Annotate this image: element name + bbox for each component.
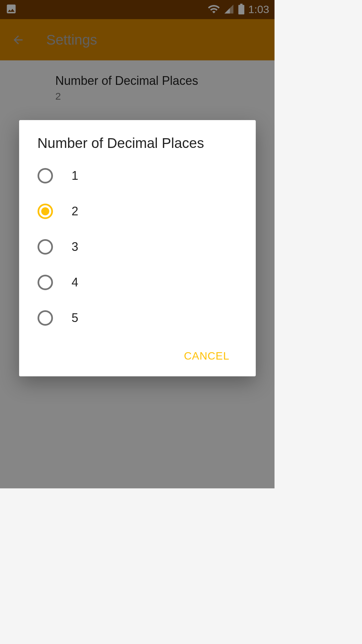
dialog-title: Number of Decimal Places [38, 135, 237, 151]
radio-label: 3 [72, 240, 78, 254]
radio-option-1[interactable]: 1 [38, 168, 237, 183]
radio-option-3[interactable]: 3 [38, 239, 237, 255]
radio-circle-icon [38, 168, 53, 183]
radio-label: 4 [72, 275, 78, 289]
radio-option-2[interactable]: 2 [38, 204, 237, 219]
radio-option-4[interactable]: 4 [38, 275, 237, 290]
radio-circle-icon [38, 239, 53, 255]
radio-label: 5 [72, 311, 78, 325]
radio-circle-icon [38, 310, 53, 326]
modal-overlay[interactable]: Number of Decimal Places 1 2 3 4 [0, 0, 275, 488]
radio-label: 2 [72, 204, 78, 218]
radio-label: 1 [72, 169, 78, 183]
radio-circle-icon [38, 275, 53, 290]
radio-option-5[interactable]: 5 [38, 310, 237, 326]
radio-list: 1 2 3 4 5 [38, 168, 237, 326]
dialog-actions: CANCEL [38, 346, 237, 366]
cancel-button[interactable]: CANCEL [178, 346, 236, 366]
decimal-places-dialog: Number of Decimal Places 1 2 3 4 [19, 120, 256, 376]
radio-circle-icon [38, 204, 53, 219]
